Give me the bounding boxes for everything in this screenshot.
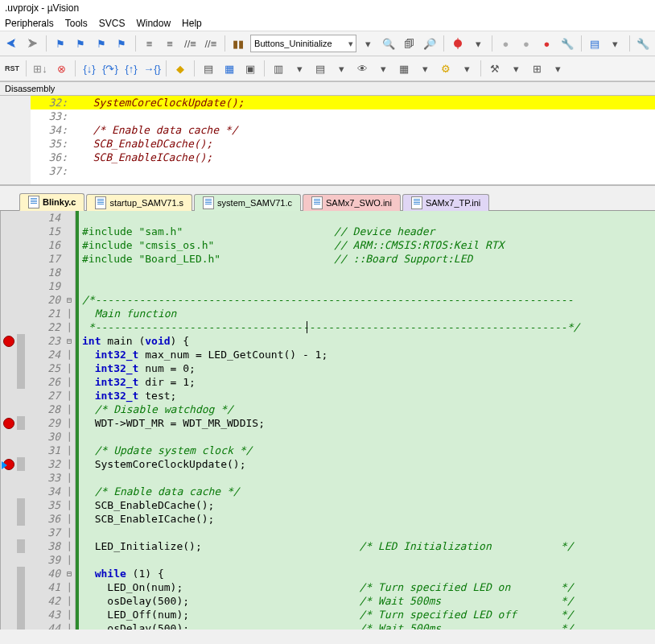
breakpoint-margin[interactable] <box>1 375 17 389</box>
uncomment-icon[interactable]: //≡ <box>202 35 219 52</box>
code-line[interactable]: 41│ LED_On(num); /* Turn specified LED o… <box>1 580 655 594</box>
fold-margin[interactable] <box>64 238 76 252</box>
breakpoint-margin[interactable] <box>1 430 17 444</box>
breakpoint-margin[interactable] <box>1 608 17 621</box>
code-line[interactable]: 24│ int32_t max_num = LED_GetCount() - 1… <box>1 348 655 361</box>
code-line[interactable]: 21│ Main function <box>1 307 655 320</box>
code-line[interactable]: 27│ int32_t test; <box>1 389 655 402</box>
rec-red-icon[interactable]: ● <box>538 35 555 52</box>
run-icon[interactable]: ⊞↓ <box>31 60 49 77</box>
fold-margin[interactable] <box>64 252 76 266</box>
breakpoint-margin[interactable] <box>1 594 17 608</box>
stop-icon[interactable]: ⊗ <box>52 60 70 77</box>
fold-margin[interactable]: │ <box>64 471 76 485</box>
memory-icon[interactable]: ▦ <box>395 60 413 77</box>
dropdown-icon[interactable]: ▾ <box>360 35 377 52</box>
code-line[interactable]: 26│ int32_t dir = 1; <box>1 375 655 389</box>
disasm-window-icon[interactable]: ▦ <box>220 60 238 77</box>
dropdown4-icon[interactable]: ▾ <box>290 60 308 77</box>
command-window-icon[interactable]: ▤ <box>200 60 217 77</box>
watch-icon[interactable]: 👁 <box>353 60 371 77</box>
fold-margin[interactable]: │ <box>64 430 76 444</box>
breakpoint-icon[interactable] <box>3 336 14 347</box>
breakpoint-margin[interactable] <box>1 320 17 334</box>
bookmark-next-icon[interactable]: ⚑ <box>93 35 109 52</box>
code-line[interactable]: 35│ SCB_EnableDCache(); <box>1 498 655 512</box>
breakpoint-margin[interactable] <box>1 526 17 539</box>
find-file-icon[interactable]: 🗐 <box>401 35 418 52</box>
fold-margin[interactable]: │ <box>64 621 76 630</box>
symbol-window-icon[interactable]: ▣ <box>241 60 259 77</box>
tab-system_samv71-c[interactable]: system_SAMV71.c <box>194 194 301 211</box>
breakpoint-margin[interactable] <box>1 361 17 375</box>
code-line[interactable]: 34│ /* Enable data cache */ <box>1 485 655 498</box>
fold-margin[interactable]: │ <box>64 444 76 457</box>
breakpoint-margin[interactable] <box>1 580 17 594</box>
fold-margin[interactable]: │ <box>64 389 76 402</box>
dropdown9-icon[interactable]: ▾ <box>507 60 525 77</box>
fold-margin[interactable]: ⊟ <box>64 567 76 580</box>
breakpoint-margin[interactable] <box>1 238 17 252</box>
disasm-line[interactable]: 32: SystemCoreClockUpdate(); <box>0 96 655 109</box>
code-line[interactable]: 32│ SystemCoreClockUpdate(); <box>1 457 655 471</box>
breakpoint-margin[interactable] <box>1 389 17 402</box>
bookmark-prev-icon[interactable]: ⚑ <box>72 35 89 52</box>
breakpoint-margin[interactable] <box>1 266 17 279</box>
fold-margin[interactable] <box>64 211 76 225</box>
serial-icon[interactable]: ⚙ <box>437 60 455 77</box>
fold-margin[interactable]: │ <box>64 307 76 320</box>
disasm-line[interactable]: 36: SCB_EnableICache(); <box>0 151 655 164</box>
code-line[interactable]: 22│ *-----------------------------------… <box>1 320 655 334</box>
step-over-icon[interactable]: {↷} <box>101 60 119 77</box>
menu-svcs[interactable]: SVCS <box>99 18 126 29</box>
code-line[interactable]: 31│ /* Update system clock */ <box>1 444 655 457</box>
config-icon[interactable]: 🔧 <box>558 35 575 52</box>
breakpoint-margin[interactable] <box>1 252 17 266</box>
code-line[interactable]: 38│ LED_Initialize(); /* LED Initializat… <box>1 539 655 553</box>
fold-margin[interactable]: │ <box>64 320 76 334</box>
registers-icon[interactable]: ▥ <box>270 60 287 77</box>
menu-help[interactable]: Help <box>182 18 202 29</box>
current-line-icon[interactable] <box>3 459 14 470</box>
code-line[interactable]: 43│ LED_Off(num); /* Turn specified LED … <box>1 608 655 621</box>
code-line[interactable]: 33│ <box>1 471 655 485</box>
fold-margin[interactable]: │ <box>64 580 76 594</box>
breakpoint-margin[interactable] <box>1 621 17 630</box>
breakpoint-margin[interactable] <box>1 485 17 498</box>
wrench-icon[interactable]: 🔧 <box>635 35 652 52</box>
step-out-icon[interactable]: {↑} <box>122 60 140 77</box>
breakpoint-margin[interactable] <box>1 225 17 238</box>
incr-search-icon[interactable]: 🔎 <box>421 35 438 52</box>
fold-margin[interactable]: │ <box>64 457 76 471</box>
code-line[interactable]: 42│ osDelay(500); /* Wait 500ms */ <box>1 594 655 608</box>
breakpoint-margin[interactable] <box>1 293 17 307</box>
debug-icon[interactable] <box>449 35 466 52</box>
code-line[interactable]: 25│ int32_t num = 0; <box>1 361 655 375</box>
menu-window[interactable]: Window <box>136 18 171 29</box>
breakpoint-icon[interactable] <box>3 418 14 429</box>
indent-left-icon[interactable]: ≡ <box>141 35 158 52</box>
code-line[interactable]: 29│ WDT->WDT_MR = WDT_MR_WDDIS; <box>1 416 655 430</box>
breakpoint-margin[interactable] <box>1 348 17 361</box>
dropdown2-icon[interactable]: ▾ <box>469 35 486 52</box>
tab-startup_samv71-s[interactable]: startup_SAMV71.s <box>86 194 192 211</box>
breakpoint-margin[interactable] <box>1 567 17 580</box>
breakpoint-margin[interactable] <box>1 512 17 526</box>
rec-gray-icon[interactable]: ● <box>497 35 514 52</box>
code-line[interactable]: 28│ /* Disable watchdog */ <box>1 402 655 416</box>
target-combo[interactable]: Buttons_Uninitialize <box>250 35 356 52</box>
breakpoint-margin[interactable] <box>1 539 17 553</box>
code-line[interactable]: 36│ SCB_EnableICache(); <box>1 512 655 526</box>
breakpoint-margin[interactable] <box>1 416 17 430</box>
code-line[interactable]: 14 <box>1 211 655 225</box>
fold-margin[interactable]: │ <box>64 375 76 389</box>
breakpoint-margin[interactable] <box>1 402 17 416</box>
disasm-line[interactable]: 37: <box>0 164 655 178</box>
books-icon[interactable]: ▮▮ <box>230 35 247 52</box>
breakpoint-margin[interactable] <box>1 498 17 512</box>
fold-margin[interactable]: │ <box>64 512 76 526</box>
disasm-line[interactable]: 35: SCB_EnableDCache(); <box>0 137 655 151</box>
menu-peripherals[interactable]: Peripherals <box>5 18 54 29</box>
window-icon[interactable]: ▤ <box>587 35 604 52</box>
reset-icon[interactable]: RST <box>3 60 21 77</box>
